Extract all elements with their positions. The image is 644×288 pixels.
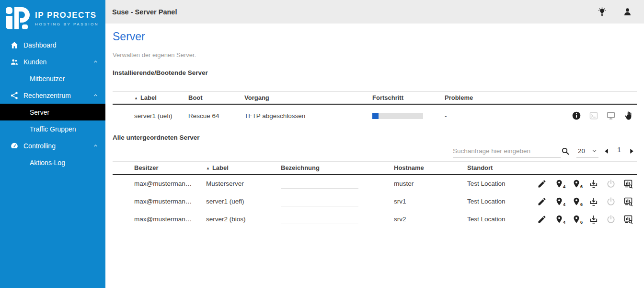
- page-title: Server: [113, 30, 145, 43]
- monitor-icon[interactable]: [606, 111, 616, 120]
- progress-bar-fill: [372, 113, 379, 119]
- ipv4-pin-icon[interactable]: 4: [554, 197, 564, 206]
- cell-label: server1 (uefi): [134, 112, 188, 120]
- cell-label: Musterserver: [206, 180, 281, 187]
- sidebar-item-label: Aktions-Log: [30, 159, 65, 167]
- info-icon[interactable]: [572, 111, 581, 120]
- sidebar-item-label: Rechenzentrum: [23, 92, 71, 99]
- users-icon: [10, 58, 19, 66]
- chevron-down-icon: [591, 148, 598, 154]
- sidebar-item-label: Kunden: [23, 58, 46, 66]
- stats-screen-icon[interactable]: [623, 215, 633, 224]
- ipv4-pin-icon[interactable]: 4: [554, 179, 564, 189]
- ipv6-pin-icon[interactable]: 6: [572, 215, 581, 224]
- search-icon[interactable]: [561, 146, 570, 156]
- column-header-fortschritt[interactable]: Fortschritt: [372, 94, 445, 101]
- column-header-boot[interactable]: Boot: [188, 94, 244, 101]
- power-icon[interactable]: [606, 179, 616, 189]
- sidebar-item-aktions-log[interactable]: Aktions-Log: [0, 154, 105, 171]
- cell-label: server1 (uefi): [206, 198, 281, 205]
- sidebar-item-label: Controlling: [23, 142, 56, 150]
- sidebar-item-server[interactable]: Server: [0, 104, 105, 120]
- sidebar-item-kunden[interactable]: Kunden: [0, 53, 105, 70]
- cell-bezeichnung: [281, 197, 394, 206]
- home-icon: [10, 41, 19, 49]
- page-size-value: 20: [578, 147, 585, 155]
- column-header-probleme[interactable]: Probleme: [445, 94, 637, 101]
- topbar-title: Suse - Server Panel: [112, 8, 177, 16]
- sidebar-item-label: Server: [30, 108, 49, 116]
- ipv6-pin-icon[interactable]: 6: [572, 197, 581, 206]
- power-icon[interactable]: [606, 197, 616, 206]
- install-icon[interactable]: [589, 215, 598, 224]
- cell-bezeichnung: [281, 215, 394, 224]
- chevron-up-icon: [93, 143, 98, 148]
- table-header-row: ▲Label Boot Vorgang Fortschritt Probleme: [113, 91, 637, 105]
- table-row: max@musterman… Musterserver muster Test …: [113, 175, 637, 192]
- cell-standort: Test Location: [467, 180, 537, 187]
- cell-besitzer: max@musterman…: [134, 180, 206, 187]
- sidebar-item-dashboard[interactable]: Dashboard: [0, 36, 105, 53]
- sidebar-item-label: Dashboard: [23, 41, 57, 49]
- search-input[interactable]: [453, 145, 561, 157]
- edit-pencil-icon[interactable]: [537, 179, 547, 189]
- install-icon[interactable]: [589, 197, 598, 206]
- edit-pencil-icon[interactable]: [537, 215, 547, 224]
- edit-pencil-icon[interactable]: [537, 197, 547, 206]
- stop-hand-icon[interactable]: [623, 111, 633, 120]
- sidebar-item-traffic-gruppen[interactable]: Traffic Gruppen: [0, 120, 105, 137]
- brand-logo[interactable]: IP PROJECTS HOSTING BY PASSION: [0, 0, 105, 31]
- sort-asc-icon: ▲: [206, 166, 210, 170]
- share-hub-icon: [10, 91, 19, 100]
- column-header-label[interactable]: ▲Label: [206, 164, 281, 171]
- section1-title: Installierende/Bootende Server: [113, 69, 208, 76]
- stats-screen-icon[interactable]: [623, 179, 633, 189]
- gauge-icon: [10, 142, 19, 150]
- column-header-besitzer[interactable]: Besitzer: [134, 164, 206, 171]
- column-header-bezeichnung[interactable]: Bezeichnung: [281, 164, 394, 171]
- account-icon[interactable]: [622, 7, 632, 17]
- install-icon[interactable]: [589, 179, 598, 189]
- table-header-row: Besitzer ▲Label Bezeichnung Hostname Sta…: [113, 161, 637, 175]
- sidebar-item-mitbenutzer[interactable]: Mitbenutzer: [0, 70, 105, 87]
- brand-name: IP PROJECTS: [35, 11, 99, 20]
- brand-tagline: HOSTING BY PASSION: [35, 22, 99, 26]
- column-header-standort[interactable]: Standort: [467, 164, 637, 171]
- ipv6-pin-icon[interactable]: 6: [572, 179, 581, 189]
- column-header-hostname[interactable]: Hostname: [394, 164, 467, 171]
- sort-asc-icon: ▲: [134, 96, 138, 100]
- cell-hostname: srv1: [394, 198, 467, 205]
- cell-probleme: -: [445, 112, 572, 120]
- table-row: max@musterman… server1 (uefi) srv1 Test …: [113, 192, 637, 210]
- page-subtitle: Verwalten der eigenen Server.: [113, 51, 196, 59]
- previous-page-button[interactable]: [603, 147, 610, 155]
- column-header-vorgang[interactable]: Vorgang: [244, 94, 372, 101]
- column-header-label[interactable]: ▲Label: [134, 94, 188, 101]
- cell-vorgang: TFTP abgeschlossen: [244, 112, 372, 120]
- row-actions: 4 6: [537, 215, 637, 224]
- installing-servers-table: ▲Label Boot Vorgang Fortschritt Probleme…: [113, 91, 637, 127]
- topbar: Suse - Server Panel: [105, 0, 644, 24]
- next-page-button[interactable]: [628, 147, 635, 155]
- sidebar-item-rechenzentrum[interactable]: Rechenzentrum: [0, 87, 105, 104]
- app-window: IP PROJECTS HOSTING BY PASSION Dashboard…: [0, 0, 644, 288]
- brand-text: IP PROJECTS HOSTING BY PASSION: [35, 11, 99, 26]
- bezeichnung-input[interactable]: [281, 215, 358, 224]
- ipv4-pin-icon[interactable]: 4: [554, 215, 564, 224]
- cell-besitzer: max@musterman…: [134, 198, 206, 205]
- cell-bezeichnung: [281, 179, 394, 189]
- sidebar: IP PROJECTS HOSTING BY PASSION Dashboard…: [0, 0, 105, 288]
- sidebar-item-controlling[interactable]: Controlling: [0, 137, 105, 154]
- tips-bulb-icon[interactable]: [597, 7, 607, 17]
- sidebar-nav: Dashboard Kunden Mitbenutzer Rechenzentr…: [0, 36, 105, 171]
- cell-standort: Test Location: [467, 198, 537, 205]
- power-icon[interactable]: [606, 215, 616, 224]
- servers-table: Besitzer ▲Label Bezeichnung Hostname Sta…: [113, 161, 637, 228]
- cell-fortschritt: [372, 113, 445, 119]
- page-number: 1: [615, 146, 623, 154]
- page-size-select[interactable]: 20: [576, 145, 598, 157]
- terminal-icon[interactable]: [589, 111, 598, 120]
- stats-screen-icon[interactable]: [623, 197, 633, 206]
- bezeichnung-input[interactable]: [281, 179, 358, 189]
- bezeichnung-input[interactable]: [281, 197, 358, 206]
